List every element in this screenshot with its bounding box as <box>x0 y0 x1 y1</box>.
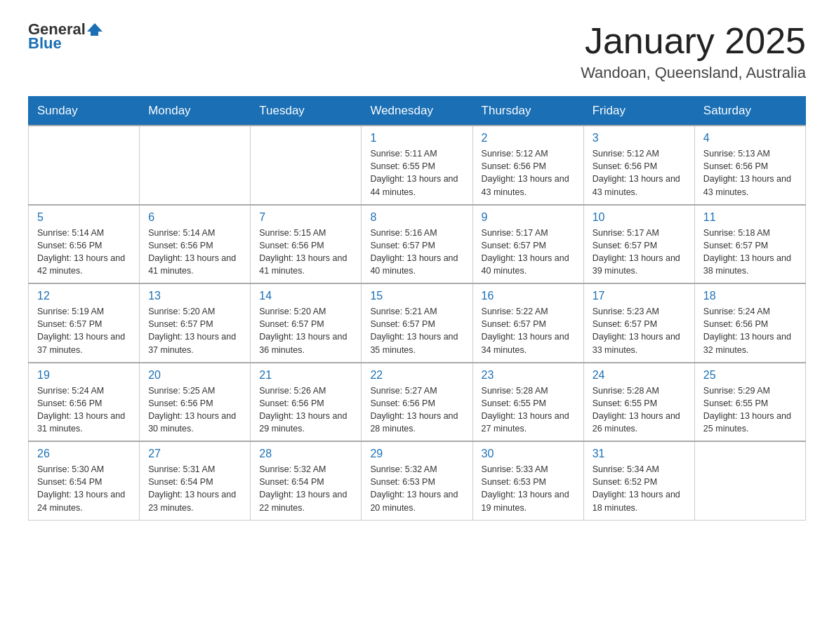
calendar-cell: 21Sunrise: 5:26 AM Sunset: 6:56 PM Dayli… <box>251 363 362 442</box>
day-info: Sunrise: 5:26 AM Sunset: 6:56 PM Dayligh… <box>259 384 352 436</box>
day-info: Sunrise: 5:15 AM Sunset: 6:56 PM Dayligh… <box>259 227 352 278</box>
day-info: Sunrise: 5:14 AM Sunset: 6:56 PM Dayligh… <box>37 227 131 278</box>
day-info: Sunrise: 5:21 AM Sunset: 6:57 PM Dayligh… <box>370 305 463 356</box>
calendar-cell <box>251 126 362 205</box>
logo-icon <box>87 20 102 36</box>
day-number: 3 <box>593 132 686 145</box>
day-number: 11 <box>703 211 797 224</box>
calendar-cell: 31Sunrise: 5:34 AM Sunset: 6:52 PM Dayli… <box>583 441 694 520</box>
day-info: Sunrise: 5:31 AM Sunset: 6:54 PM Dayligh… <box>148 463 241 514</box>
day-number: 24 <box>593 369 686 382</box>
svg-marker-1 <box>91 30 98 36</box>
day-info: Sunrise: 5:12 AM Sunset: 6:56 PM Dayligh… <box>593 147 686 199</box>
day-info: Sunrise: 5:16 AM Sunset: 6:57 PM Dayligh… <box>370 227 463 278</box>
calendar-cell: 16Sunrise: 5:22 AM Sunset: 6:57 PM Dayli… <box>472 283 583 363</box>
calendar-cell: 1Sunrise: 5:11 AM Sunset: 6:55 PM Daylig… <box>362 126 472 205</box>
calendar-cell: 27Sunrise: 5:31 AM Sunset: 6:54 PM Dayli… <box>140 441 251 520</box>
day-info: Sunrise: 5:28 AM Sunset: 6:55 PM Dayligh… <box>593 384 686 436</box>
calendar-cell: 26Sunrise: 5:30 AM Sunset: 6:54 PM Dayli… <box>29 441 140 520</box>
calendar-cell: 3Sunrise: 5:12 AM Sunset: 6:56 PM Daylig… <box>583 126 694 205</box>
day-number: 15 <box>370 290 463 302</box>
day-number: 21 <box>259 369 352 382</box>
calendar-week-row: 26Sunrise: 5:30 AM Sunset: 6:54 PM Dayli… <box>29 441 806 520</box>
day-of-week-header: Thursday <box>472 97 583 126</box>
day-of-week-header: Saturday <box>694 97 805 126</box>
day-info: Sunrise: 5:28 AM Sunset: 6:55 PM Dayligh… <box>482 384 575 436</box>
day-number: 26 <box>37 448 131 460</box>
day-number: 13 <box>148 290 241 302</box>
calendar-week-row: 19Sunrise: 5:24 AM Sunset: 6:56 PM Dayli… <box>29 363 806 442</box>
calendar-cell: 24Sunrise: 5:28 AM Sunset: 6:55 PM Dayli… <box>583 363 694 442</box>
title-block: January 2025 Wandoan, Queensland, Austra… <box>581 21 806 82</box>
day-number: 1 <box>370 132 463 145</box>
day-info: Sunrise: 5:32 AM Sunset: 6:54 PM Dayligh… <box>259 463 352 514</box>
calendar-cell: 30Sunrise: 5:33 AM Sunset: 6:53 PM Dayli… <box>472 441 583 520</box>
calendar-cell: 6Sunrise: 5:14 AM Sunset: 6:56 PM Daylig… <box>140 205 251 284</box>
location-text: Wandoan, Queensland, Australia <box>581 64 806 82</box>
day-info: Sunrise: 5:33 AM Sunset: 6:53 PM Dayligh… <box>482 463 575 514</box>
day-number: 2 <box>482 132 575 145</box>
day-number: 20 <box>148 369 241 382</box>
day-of-week-header: Wednesday <box>362 97 472 126</box>
calendar-week-row: 1Sunrise: 5:11 AM Sunset: 6:55 PM Daylig… <box>29 126 806 205</box>
calendar-cell: 20Sunrise: 5:25 AM Sunset: 6:56 PM Dayli… <box>140 363 251 442</box>
day-number: 7 <box>259 211 352 224</box>
day-info: Sunrise: 5:12 AM Sunset: 6:56 PM Dayligh… <box>482 147 575 199</box>
day-number: 9 <box>482 211 575 224</box>
calendar-cell <box>29 126 140 205</box>
day-number: 29 <box>370 448 463 460</box>
day-info: Sunrise: 5:11 AM Sunset: 6:55 PM Dayligh… <box>370 147 463 199</box>
day-number: 31 <box>593 448 686 460</box>
day-number: 22 <box>370 369 463 382</box>
day-info: Sunrise: 5:19 AM Sunset: 6:57 PM Dayligh… <box>37 305 131 356</box>
calendar-table: SundayMondayTuesdayWednesdayThursdayFrid… <box>28 96 806 521</box>
calendar-week-row: 12Sunrise: 5:19 AM Sunset: 6:57 PM Dayli… <box>29 283 806 363</box>
calendar-cell: 10Sunrise: 5:17 AM Sunset: 6:57 PM Dayli… <box>583 205 694 284</box>
day-number: 23 <box>482 369 575 382</box>
day-number: 10 <box>593 211 686 224</box>
day-info: Sunrise: 5:17 AM Sunset: 6:57 PM Dayligh… <box>593 227 686 278</box>
calendar-cell: 5Sunrise: 5:14 AM Sunset: 6:56 PM Daylig… <box>29 205 140 284</box>
calendar-cell: 15Sunrise: 5:21 AM Sunset: 6:57 PM Dayli… <box>362 283 472 363</box>
day-info: Sunrise: 5:17 AM Sunset: 6:57 PM Dayligh… <box>482 227 575 278</box>
calendar-cell: 11Sunrise: 5:18 AM Sunset: 6:57 PM Dayli… <box>694 205 805 284</box>
day-info: Sunrise: 5:14 AM Sunset: 6:56 PM Dayligh… <box>148 227 241 278</box>
day-of-week-header: Sunday <box>29 97 140 126</box>
calendar-week-row: 5Sunrise: 5:14 AM Sunset: 6:56 PM Daylig… <box>29 205 806 284</box>
calendar-cell <box>140 126 251 205</box>
calendar-cell: 23Sunrise: 5:28 AM Sunset: 6:55 PM Dayli… <box>472 363 583 442</box>
day-info: Sunrise: 5:32 AM Sunset: 6:53 PM Dayligh… <box>370 463 463 514</box>
calendar-cell: 14Sunrise: 5:20 AM Sunset: 6:57 PM Dayli… <box>251 283 362 363</box>
day-number: 25 <box>703 369 797 382</box>
day-number: 28 <box>259 448 352 460</box>
day-info: Sunrise: 5:22 AM Sunset: 6:57 PM Dayligh… <box>482 305 575 356</box>
month-title: January 2025 <box>581 21 806 61</box>
calendar-cell: 22Sunrise: 5:27 AM Sunset: 6:56 PM Dayli… <box>362 363 472 442</box>
calendar-cell: 19Sunrise: 5:24 AM Sunset: 6:56 PM Dayli… <box>29 363 140 442</box>
page-header: General Blue January 2025 Wandoan, Queen… <box>28 21 806 82</box>
day-number: 12 <box>37 290 131 302</box>
day-info: Sunrise: 5:30 AM Sunset: 6:54 PM Dayligh… <box>37 463 131 514</box>
day-info: Sunrise: 5:24 AM Sunset: 6:56 PM Dayligh… <box>37 384 131 436</box>
day-info: Sunrise: 5:29 AM Sunset: 6:55 PM Dayligh… <box>703 384 797 436</box>
day-info: Sunrise: 5:20 AM Sunset: 6:57 PM Dayligh… <box>148 305 241 356</box>
day-of-week-header: Monday <box>140 97 251 126</box>
day-info: Sunrise: 5:34 AM Sunset: 6:52 PM Dayligh… <box>593 463 686 514</box>
calendar-cell: 9Sunrise: 5:17 AM Sunset: 6:57 PM Daylig… <box>472 205 583 284</box>
day-number: 14 <box>259 290 352 302</box>
day-number: 27 <box>148 448 241 460</box>
day-number: 4 <box>703 132 797 145</box>
calendar-cell: 25Sunrise: 5:29 AM Sunset: 6:55 PM Dayli… <box>694 363 805 442</box>
calendar-cell <box>694 441 805 520</box>
logo: General Blue <box>28 21 102 52</box>
day-info: Sunrise: 5:25 AM Sunset: 6:56 PM Dayligh… <box>148 384 241 436</box>
day-number: 8 <box>370 211 463 224</box>
calendar-cell: 2Sunrise: 5:12 AM Sunset: 6:56 PM Daylig… <box>472 126 583 205</box>
calendar-cell: 29Sunrise: 5:32 AM Sunset: 6:53 PM Dayli… <box>362 441 472 520</box>
day-info: Sunrise: 5:18 AM Sunset: 6:57 PM Dayligh… <box>703 227 797 278</box>
day-info: Sunrise: 5:20 AM Sunset: 6:57 PM Dayligh… <box>259 305 352 356</box>
day-number: 5 <box>37 211 131 224</box>
day-number: 17 <box>593 290 686 302</box>
calendar-cell: 18Sunrise: 5:24 AM Sunset: 6:56 PM Dayli… <box>694 283 805 363</box>
calendar-cell: 8Sunrise: 5:16 AM Sunset: 6:57 PM Daylig… <box>362 205 472 284</box>
